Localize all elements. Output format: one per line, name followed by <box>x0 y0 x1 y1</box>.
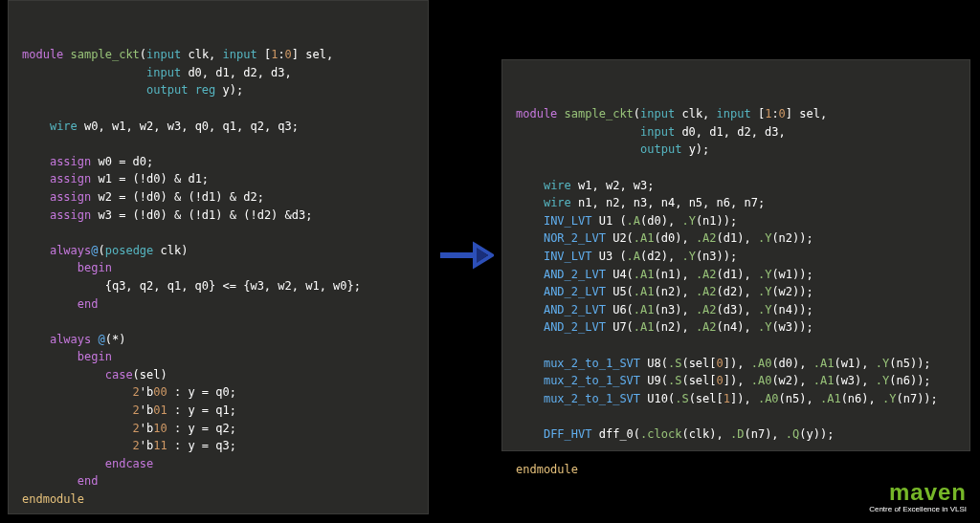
code-line: 2'b11 : y = q3; <box>22 437 414 455</box>
code-line: AND_2_LVT U5(.A1(n2), .A2(d2), .Y(w2)); <box>516 283 956 301</box>
code-line <box>516 407 956 425</box>
code-line: wire w0, w1, w2, w3, q0, q1, q2, q3; <box>22 118 414 136</box>
code-line: output y); <box>516 141 956 159</box>
code-line <box>516 159 956 177</box>
code-line: end <box>22 472 414 490</box>
logo-subtitle: Centre of Excellence in VLSI <box>869 505 967 513</box>
code-line: case(sel) <box>22 366 414 384</box>
code-line <box>516 443 956 461</box>
code-line: wire w1, w2, w3; <box>516 177 956 195</box>
code-line <box>22 99 414 118</box>
code-line: input d0, d1, d2, d3, <box>516 123 956 142</box>
code-content: module sample_ckt(input clk, input [1:0]… <box>22 46 414 508</box>
code-line: AND_2_LVT U7(.A1(n2), .A2(n4), .Y(w3)); <box>516 318 956 337</box>
code-line: DFF_HVT dff_0(.clock(clk), .D(n7), .Q(y)… <box>516 425 956 444</box>
code-line: 2'b01 : y = q1; <box>22 402 414 420</box>
code-line: begin <box>22 348 414 366</box>
brand-logo: maven Centre of Excellence in VLSI <box>869 482 967 513</box>
code-line: input d0, d1, d2, d3, <box>22 64 414 82</box>
arrow-icon <box>436 241 494 270</box>
code-line: wire n1, n2, n3, n4, n5, n6, n7; <box>516 194 956 212</box>
code-line: mux_2_to_1_SVT U10(.S(sel[1]), .A0(n5), … <box>516 390 956 408</box>
code-line: AND_2_LVT U4(.A1(n1), .A2(d1), .Y(w1)); <box>516 266 956 284</box>
code-line: module sample_ckt(input clk, input [1:0]… <box>516 105 956 123</box>
code-line: INV_LVT U1 (.A(d0), .Y(n1)); <box>516 212 956 230</box>
code-line: mux_2_to_1_SVT U8(.S(sel[0]), .A0(d0), .… <box>516 355 956 373</box>
code-line: {q3, q2, q1, q0} <= {w3, w2, w1, w0}; <box>22 277 414 295</box>
code-line: module sample_ckt(input clk, input [1:0]… <box>22 46 414 64</box>
code-line: endcase <box>22 455 414 473</box>
logo-text: maven <box>869 482 967 503</box>
code-line <box>516 337 956 355</box>
code-line: endmodule <box>516 461 956 479</box>
right-code-panel: module sample_ckt(input clk, input [1:0]… <box>501 59 970 451</box>
code-line: NOR_2_LVT U2(.A1(d0), .A2(d1), .Y(n2)); <box>516 229 956 248</box>
code-line: INV_LVT U3 (.A(d2), .Y(n3)); <box>516 248 956 266</box>
code-line: begin <box>22 259 414 277</box>
code-line: mux_2_to_1_SVT U9(.S(sel[0]), .A0(w2), .… <box>516 372 956 390</box>
code-line: AND_2_LVT U6(.A1(n3), .A2(d3), .Y(n4)); <box>516 301 956 319</box>
code-line: assign w1 = (!d0) & d1; <box>22 170 414 188</box>
code-line: output reg y); <box>22 81 414 99</box>
stage: module sample_ckt(input clk, input [1:0]… <box>0 0 980 523</box>
code-line: 2'b10 : y = q2; <box>22 420 414 438</box>
code-line: assign w3 = (!d0) & (!d1) & (!d2) &d3; <box>22 207 414 225</box>
left-code-panel: module sample_ckt(input clk, input [1:0]… <box>8 0 429 514</box>
logo-main-text: maven <box>889 479 967 505</box>
code-line <box>22 313 414 331</box>
code-line: 2'b00 : y = q0; <box>22 383 414 402</box>
code-content: module sample_ckt(input clk, input [1:0]… <box>516 105 956 478</box>
code-line: end <box>22 295 414 314</box>
code-line: assign w0 = d0; <box>22 153 414 171</box>
code-line <box>22 135 414 153</box>
code-line: always @(*) <box>22 331 414 349</box>
code-line: assign w2 = (!d0) & (!d1) & d2; <box>22 188 414 207</box>
code-line: always@(posedge clk) <box>22 242 414 260</box>
code-line <box>22 224 414 242</box>
code-line: endmodule <box>22 490 414 509</box>
